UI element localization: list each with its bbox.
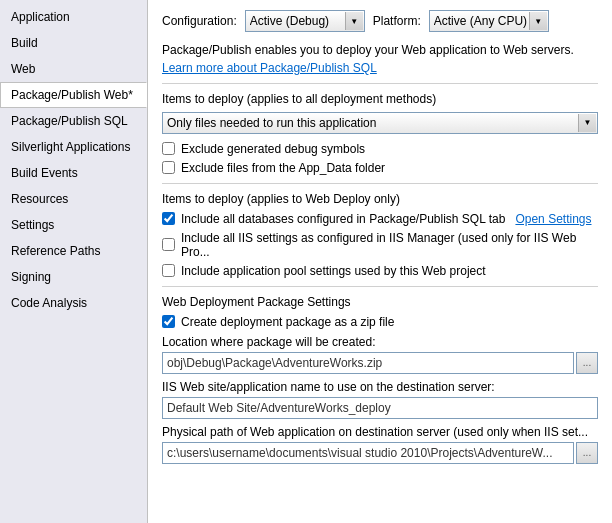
iis-row <box>162 397 598 419</box>
exclude-appdata-label: Exclude files from the App_Data folder <box>181 161 385 175</box>
physical-browse-btn[interactable]: ... <box>576 442 598 464</box>
include-apppool-label: Include application pool settings used b… <box>181 264 486 278</box>
package-settings-title: Web Deployment Package Settings <box>162 295 598 309</box>
platform-select-wrapper[interactable]: Active (Any CPU) ▼ <box>429 10 549 32</box>
include-iis-row: Include all IIS settings as configured i… <box>162 231 598 259</box>
create-zip-label: Create deployment package as a zip file <box>181 315 394 329</box>
platform-label: Platform: <box>373 14 421 28</box>
sidebar-item-application[interactable]: Application <box>0 4 147 30</box>
exclude-debug-label: Exclude generated debug symbols <box>181 142 365 156</box>
exclude-appdata-checkbox[interactable] <box>162 161 175 174</box>
sidebar-item-settings[interactable]: Settings <box>0 212 147 238</box>
location-label: Location where package will be created: <box>162 335 598 349</box>
sidebar-item-code-analysis[interactable]: Code Analysis <box>0 290 147 316</box>
deploy-dropdown-wrapper[interactable]: Only files needed to run this applicatio… <box>162 112 598 134</box>
iis-label: IIS Web site/application name to use on … <box>162 380 598 394</box>
include-databases-row: Include all databases configured in Pack… <box>162 212 598 226</box>
configuration-select[interactable]: Active (Debug) <box>245 10 365 32</box>
location-row: ... <box>162 352 598 374</box>
create-zip-checkbox[interactable] <box>162 315 175 328</box>
sidebar-item-web[interactable]: Web <box>0 56 147 82</box>
divider-2 <box>162 183 598 184</box>
sidebar: ApplicationBuildWebPackage/Publish Web*P… <box>0 0 148 523</box>
include-apppool-checkbox[interactable] <box>162 264 175 277</box>
physical-label: Physical path of Web application on dest… <box>162 425 598 439</box>
main-content: Configuration: Active (Debug) ▼ Platform… <box>148 0 612 523</box>
config-row: Configuration: Active (Debug) ▼ Platform… <box>162 10 598 32</box>
web-deploy-section-title: Items to deploy (applies to Web Deploy o… <box>162 192 598 206</box>
learn-more-link[interactable]: Learn more about Package/Publish SQL <box>162 61 377 75</box>
physical-row: ... <box>162 442 598 464</box>
physical-input[interactable] <box>162 442 574 464</box>
include-iis-checkbox[interactable] <box>162 238 175 251</box>
deploy-dropdown[interactable]: Only files needed to run this applicatio… <box>162 112 598 134</box>
location-browse-btn[interactable]: ... <box>576 352 598 374</box>
exclude-debug-checkbox[interactable] <box>162 142 175 155</box>
sidebar-item-resources[interactable]: Resources <box>0 186 147 212</box>
configuration-label: Configuration: <box>162 14 237 28</box>
configuration-select-wrapper[interactable]: Active (Debug) ▼ <box>245 10 365 32</box>
sidebar-item-reference-paths[interactable]: Reference Paths <box>0 238 147 264</box>
sidebar-item-signing[interactable]: Signing <box>0 264 147 290</box>
sidebar-item-package-publish-sql[interactable]: Package/Publish SQL <box>0 108 147 134</box>
divider-3 <box>162 286 598 287</box>
include-apppool-row: Include application pool settings used b… <box>162 264 598 278</box>
deploy-section-title: Items to deploy (applies to all deployme… <box>162 92 598 106</box>
sidebar-item-build[interactable]: Build <box>0 30 147 56</box>
include-databases-label: Include all databases configured in Pack… <box>181 212 505 226</box>
exclude-appdata-row: Exclude files from the App_Data folder <box>162 161 598 175</box>
exclude-debug-row: Exclude generated debug symbols <box>162 142 598 156</box>
iis-input[interactable] <box>162 397 598 419</box>
sidebar-item-silverlight[interactable]: Silverlight Applications <box>0 134 147 160</box>
description-text: Package/Publish enables you to deploy yo… <box>162 42 598 59</box>
open-settings-link[interactable]: Open Settings <box>515 212 591 226</box>
location-input[interactable] <box>162 352 574 374</box>
include-iis-label: Include all IIS settings as configured i… <box>181 231 598 259</box>
sidebar-item-package-publish-web[interactable]: Package/Publish Web* <box>0 82 147 108</box>
platform-select[interactable]: Active (Any CPU) <box>429 10 549 32</box>
divider-1 <box>162 83 598 84</box>
sidebar-item-build-events[interactable]: Build Events <box>0 160 147 186</box>
create-zip-row: Create deployment package as a zip file <box>162 315 598 329</box>
include-databases-checkbox[interactable] <box>162 212 175 225</box>
